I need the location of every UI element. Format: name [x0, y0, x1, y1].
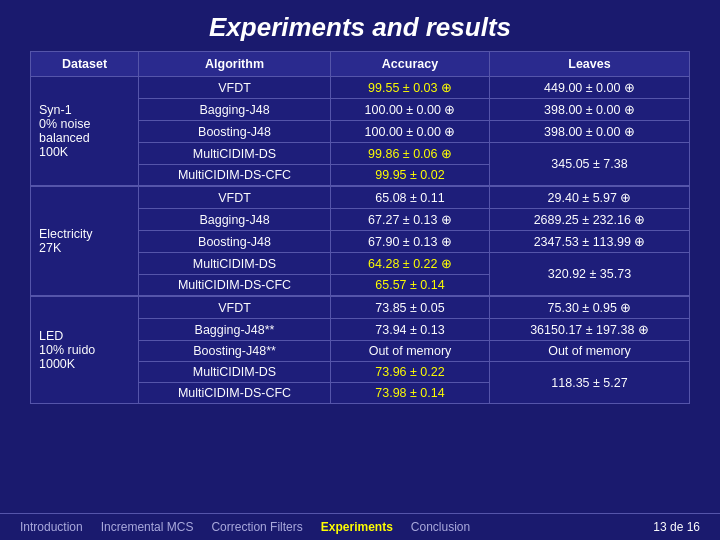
algorithm-cell: MultiCIDIM-DS [139, 253, 331, 275]
algorithm-cell: VFDT [139, 77, 331, 99]
algorithm-cell: VFDT [139, 296, 331, 319]
leaves-cell: 2689.25 ± 232.16 ⊕ [489, 209, 689, 231]
algorithm-cell: MultiCIDIM-DS-CFC [139, 165, 331, 187]
dataset-cell-1: Electricity27K [31, 186, 139, 296]
page-number: 13 de 16 [653, 520, 700, 534]
nav-item-conclusion[interactable]: Conclusion [411, 520, 470, 534]
nav-item-introduction[interactable]: Introduction [20, 520, 83, 534]
algorithm-cell: Boosting-J48 [139, 121, 331, 143]
accuracy-cell: 73.96 ± 0.22 [331, 362, 490, 383]
algorithm-cell: Bagging-J48 [139, 99, 331, 121]
algorithm-cell: MultiCIDIM-DS-CFC [139, 383, 331, 404]
leaves-cell: 36150.17 ± 197.38 ⊕ [489, 319, 689, 341]
col-header-leaves: Leaves [489, 52, 689, 77]
accuracy-cell: 67.90 ± 0.13 ⊕ [331, 231, 490, 253]
leaves-cell: 345.05 ± 7.38 [489, 143, 689, 187]
nav-item-correction-filters[interactable]: Correction Filters [211, 520, 302, 534]
col-header-algorithm: Algorithm [139, 52, 331, 77]
leaves-cell: 75.30 ± 0.95 ⊕ [489, 296, 689, 319]
algorithm-cell: MultiCIDIM-DS-CFC [139, 275, 331, 297]
accuracy-cell: 100.00 ± 0.00 ⊕ [331, 121, 490, 143]
nav-item-incremental-mcs[interactable]: Incremental MCS [101, 520, 194, 534]
accuracy-cell: 99.86 ± 0.06 ⊕ [331, 143, 490, 165]
page-title: Experiments and results [0, 12, 720, 43]
dataset-cell-0: Syn-10% noisebalanced100K [31, 77, 139, 187]
dataset-cell-2: LED10% ruido1000K [31, 296, 139, 404]
col-header-dataset: Dataset [31, 52, 139, 77]
leaves-cell: 398.00 ± 0.00 ⊕ [489, 121, 689, 143]
leaves-cell: Out of memory [489, 341, 689, 362]
leaves-cell: 320.92 ± 35.73 [489, 253, 689, 297]
results-table: Dataset Algorithm Accuracy Leaves Syn-10… [30, 51, 690, 404]
accuracy-cell: 65.57 ± 0.14 [331, 275, 490, 297]
algorithm-cell: Bagging-J48** [139, 319, 331, 341]
accuracy-cell: 73.98 ± 0.14 [331, 383, 490, 404]
footer-nav: Introduction Incremental MCS Correction … [0, 513, 720, 540]
leaves-cell: 29.40 ± 5.97 ⊕ [489, 186, 689, 209]
accuracy-cell: 65.08 ± 0.11 [331, 186, 490, 209]
algorithm-cell: Bagging-J48 [139, 209, 331, 231]
leaves-cell: 449.00 ± 0.00 ⊕ [489, 77, 689, 99]
accuracy-cell: 100.00 ± 0.00 ⊕ [331, 99, 490, 121]
accuracy-cell: 67.27 ± 0.13 ⊕ [331, 209, 490, 231]
leaves-cell: 2347.53 ± 113.99 ⊕ [489, 231, 689, 253]
col-header-accuracy: Accuracy [331, 52, 490, 77]
algorithm-cell: VFDT [139, 186, 331, 209]
accuracy-cell: 64.28 ± 0.22 ⊕ [331, 253, 490, 275]
algorithm-cell: MultiCIDIM-DS [139, 143, 331, 165]
algorithm-cell: MultiCIDIM-DS [139, 362, 331, 383]
accuracy-cell: 99.55 ± 0.03 ⊕ [331, 77, 490, 99]
accuracy-cell: 73.85 ± 0.05 [331, 296, 490, 319]
leaves-cell: 118.35 ± 5.27 [489, 362, 689, 404]
accuracy-cell: Out of memory [331, 341, 490, 362]
nav-item-experiments[interactable]: Experiments [321, 520, 393, 534]
accuracy-cell: 99.95 ± 0.02 [331, 165, 490, 187]
algorithm-cell: Boosting-J48** [139, 341, 331, 362]
algorithm-cell: Boosting-J48 [139, 231, 331, 253]
leaves-cell: 398.00 ± 0.00 ⊕ [489, 99, 689, 121]
accuracy-cell: 73.94 ± 0.13 [331, 319, 490, 341]
